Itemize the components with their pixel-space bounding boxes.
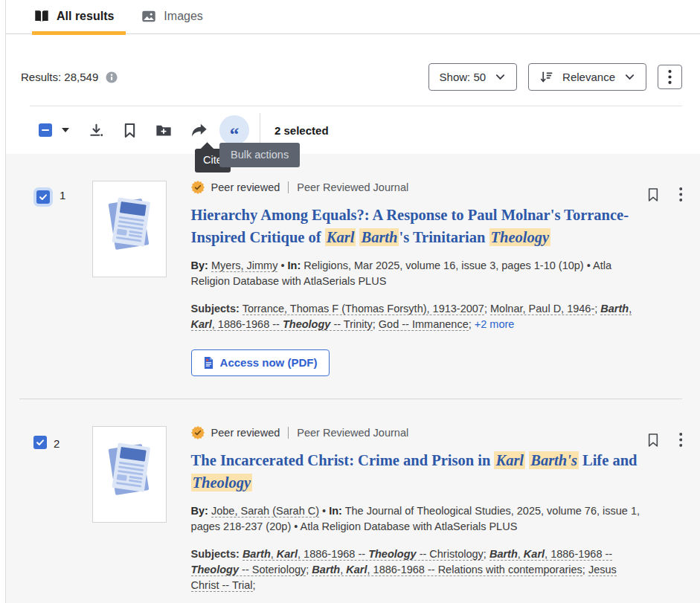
result-item-1: 1 — [6, 154, 700, 399]
search-results-page: All results Images Results: 28,549 Show:… — [5, 0, 700, 603]
tab-label: All results — [57, 10, 114, 23]
chevron-down-icon — [624, 71, 635, 83]
document-illustration — [101, 439, 158, 522]
save-bookmark-icon[interactable] — [647, 187, 659, 376]
subject-link[interactable]: Barth, Karl, 1886-1968 -- Relations with… — [312, 564, 582, 576]
in-label: In: — [288, 259, 301, 271]
sort-select[interactable]: Relevance — [528, 63, 646, 91]
show-per-page-select[interactable]: Show: 50 — [428, 63, 518, 91]
result-number: 2 — [54, 436, 60, 450]
pdf-icon — [204, 357, 213, 369]
info-icon[interactable] — [106, 71, 118, 83]
chevron-down-icon — [495, 71, 506, 83]
source-info: Religions, Mar 2025, volume 16, issue 3,… — [304, 259, 583, 271]
select-all-checkbox[interactable] — [39, 123, 52, 137]
result-title-link[interactable]: The Incarcerated Christ: Crime and Priso… — [191, 449, 647, 494]
select-menu-caret-icon[interactable] — [62, 128, 69, 132]
more-options-button[interactable] — [658, 65, 682, 89]
show-per-page-value: Show: 50 — [440, 71, 487, 83]
sort-value: Relevance — [562, 71, 615, 83]
peer-reviewed-label: Peer reviewed — [211, 181, 280, 193]
in-label: In: — [329, 505, 342, 517]
author-link[interactable]: Jobe, Sarah (Sarah C) — [211, 505, 319, 517]
results-list: 1 — [6, 154, 700, 603]
results-tab-bar: All results Images — [6, 0, 700, 34]
subject-link[interactable]: Torrance, Thomas F (Thomas Forsyth), 191… — [243, 303, 484, 315]
result-thumbnail[interactable] — [92, 426, 167, 523]
result-number: 1 — [60, 187, 65, 201]
result-thumbnail[interactable] — [92, 181, 167, 277]
download-icon[interactable] — [89, 123, 104, 138]
highlighted-term: Theology — [191, 474, 253, 491]
subject-links: Barth, Karl, 1886-1968 -- Theology -- Ch… — [191, 548, 617, 592]
document-illustration — [101, 193, 158, 277]
bullet-separator: • — [294, 520, 298, 532]
cite-icon: “ — [230, 125, 240, 144]
results-bar: Results: 28,549 Show: 50 Relevance — [6, 34, 700, 91]
result-item-2: 2 — [6, 399, 700, 603]
bullet-separator: • — [587, 259, 591, 271]
item-kebab-icon[interactable] — [679, 187, 683, 376]
by-label: By: — [191, 259, 208, 271]
result-citation: By: Myers, Jimmy • In: Religions, Mar 20… — [191, 258, 647, 289]
access-pdf-button[interactable]: Access now (PDF) — [191, 349, 330, 376]
checkbox-focus-ring — [33, 187, 53, 207]
access-pdf-label: Access now (PDF) — [220, 356, 318, 369]
subjects-label: Subjects: — [191, 548, 240, 560]
result-citation: By: Jobe, Sarah (Sarah C) • In: The Jour… — [191, 503, 647, 535]
results-count: Results: 28,549 — [21, 71, 98, 83]
share-icon[interactable] — [191, 123, 208, 138]
subject-link[interactable]: Molnar, Paul D, 1946- — [490, 303, 594, 315]
item-kebab-icon[interactable] — [679, 433, 683, 593]
highlighted-term: Karl — [494, 451, 525, 469]
more-subjects-link[interactable]: +2 more — [475, 318, 515, 330]
bullet-separator: • — [322, 505, 326, 517]
journal-type-label: Peer Reviewed Journal — [288, 427, 408, 439]
highlighted-term: Karl — [325, 228, 356, 246]
add-to-folder-icon[interactable] — [155, 123, 172, 138]
result-subjects: Subjects: Barth, Karl, 1886-1968 -- Theo… — [191, 546, 647, 593]
sort-icon — [539, 70, 553, 84]
tab-images[interactable]: Images — [141, 0, 202, 33]
database-name: Atla Religion Database with AtlaSerials … — [301, 520, 518, 532]
bookmark-icon[interactable] — [123, 123, 136, 138]
peer-reviewed-label: Peer reviewed — [211, 427, 280, 439]
cite-button[interactable]: “ — [219, 115, 249, 145]
images-icon — [141, 8, 157, 25]
journal-type-label: Peer Reviewed Journal — [288, 181, 408, 193]
peer-reviewed-badge-icon — [191, 426, 205, 439]
author-link[interactable]: Myers, Jimmy — [211, 259, 277, 272]
subjects-label: Subjects: — [191, 303, 240, 315]
subject-link[interactable]: Barth, Karl, 1886-1968 -- Theology -- Ch… — [243, 548, 484, 561]
bulk-actions-toolbar: “ 2 selected Cite Bulk actions — [6, 106, 700, 154]
book-icon — [33, 8, 50, 25]
tab-label: Images — [164, 10, 202, 23]
highlighted-term: Barth's — [529, 451, 579, 469]
subject-link[interactable]: God -- Immanence — [379, 318, 469, 331]
highlighted-term: Theology — [489, 228, 551, 246]
result-title-link[interactable]: Hierarchy Among Equals?: A Response to P… — [191, 204, 647, 248]
bulk-actions-tooltip: Bulk actions — [219, 143, 300, 167]
save-bookmark-icon[interactable] — [647, 433, 659, 593]
peer-reviewed-badge-icon — [191, 181, 205, 194]
bullet-separator: • — [280, 259, 284, 271]
tab-all-results[interactable]: All results — [33, 0, 114, 33]
by-label: By: — [191, 505, 208, 517]
subject-links: Torrance, Thomas F (Thomas Forsyth), 191… — [191, 303, 632, 331]
kebab-icon — [668, 70, 672, 84]
result-checkbox[interactable] — [36, 190, 50, 204]
selected-count: 2 selected — [274, 124, 329, 137]
result-subjects: Subjects: Torrance, Thomas F (Thomas For… — [191, 301, 647, 332]
result-checkbox[interactable] — [33, 436, 47, 449]
highlighted-term: Barth — [359, 228, 399, 246]
